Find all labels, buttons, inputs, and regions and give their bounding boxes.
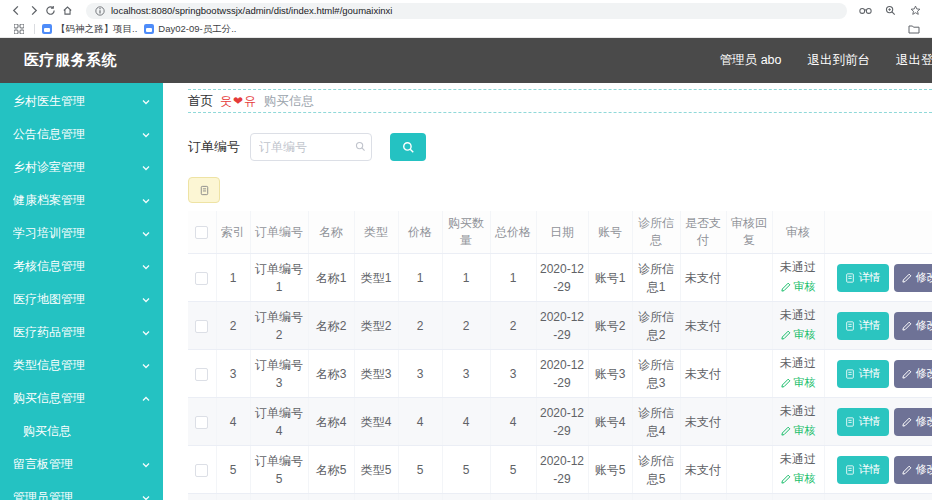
- sidebar-item-label: 乡村诊室管理: [13, 159, 85, 176]
- refresh-icon[interactable]: [42, 5, 59, 16]
- edit-button[interactable]: 修改: [894, 456, 932, 484]
- type-cell: 类型3: [354, 350, 398, 398]
- chevron-down-icon: [141, 97, 151, 107]
- row-checkbox[interactable]: [195, 464, 208, 477]
- type-cell: 类型5: [354, 446, 398, 494]
- edit-button[interactable]: 修改: [894, 264, 932, 292]
- sidebar-item[interactable]: 留言板管理: [0, 448, 163, 481]
- zoom-icon[interactable]: [882, 5, 899, 16]
- edit-pencil-icon: [781, 330, 791, 340]
- chevron-down-icon: [141, 163, 151, 173]
- review-link[interactable]: 审核: [781, 470, 816, 487]
- review-link[interactable]: 审核: [781, 422, 816, 439]
- detail-button[interactable]: 详情: [837, 264, 889, 292]
- back-icon[interactable]: [8, 5, 25, 16]
- review-link[interactable]: 审核: [781, 374, 816, 391]
- edit-button[interactable]: 修改: [894, 408, 932, 436]
- name-cell: 名称2: [308, 302, 354, 350]
- review-cell: 未通过审核: [772, 350, 824, 398]
- add-button[interactable]: [188, 177, 220, 203]
- detail-button[interactable]: 详情: [837, 360, 889, 388]
- exit-to-front-link[interactable]: 退出到前台: [808, 52, 871, 69]
- bookmark-item[interactable]: Day02-09-员工分..: [144, 23, 236, 36]
- apps-grid-icon[interactable]: [10, 24, 27, 34]
- document-icon: [845, 321, 855, 331]
- operations-cell: 详情修改: [824, 254, 932, 302]
- date-cell: 2020-12-29: [536, 302, 588, 350]
- edit-button[interactable]: 修改: [894, 312, 932, 340]
- review-link[interactable]: 审核: [781, 326, 816, 343]
- clinic-cell: 诊所信息5: [632, 446, 680, 494]
- breadcrumb-current: 购买信息: [264, 93, 314, 110]
- document-icon: [845, 465, 855, 475]
- type-cell: 类型2: [354, 302, 398, 350]
- detail-button[interactable]: 详情: [837, 456, 889, 484]
- home-icon[interactable]: [59, 5, 76, 16]
- sidebar-item[interactable]: 管理员管理: [0, 481, 163, 500]
- operations-cell: 详情修改: [824, 398, 932, 446]
- column-header: 名称: [308, 211, 354, 254]
- sidebar-item-label: 学习培训管理: [13, 225, 85, 242]
- row-checkbox[interactable]: [195, 368, 208, 381]
- sidebar-item[interactable]: 医疗药品管理: [0, 316, 163, 349]
- admin-user-label: 管理员 abo: [720, 52, 782, 69]
- row-checkbox[interactable]: [195, 416, 208, 429]
- sidebar-subitem[interactable]: 购买信息: [0, 415, 163, 448]
- review-status: 未通过: [775, 450, 822, 468]
- date-cell: 2020-12-29: [536, 254, 588, 302]
- paid-status-cell: 未支付: [680, 398, 726, 446]
- table-row: 2订单编号2名称2类型22222020-12-29账号2诊所信息2未支付未通过审…: [188, 302, 932, 350]
- table-row: 1订单编号1名称1类型11112020-12-29账号1诊所信息1未支付未通过审…: [188, 254, 932, 302]
- sidebar-item[interactable]: 医疗地图管理: [0, 283, 163, 316]
- review-cell: 未通过审核: [772, 446, 824, 494]
- search-form: 订单编号: [188, 133, 932, 161]
- folder-icon[interactable]: [905, 24, 922, 34]
- operations-cell: 详情修改: [824, 350, 932, 398]
- sidebar-item[interactable]: 学习培训管理: [0, 217, 163, 250]
- review-link[interactable]: 审核: [781, 278, 816, 295]
- sidebar-item[interactable]: 考核信息管理: [0, 250, 163, 283]
- sidebar-item[interactable]: 健康档案管理: [0, 184, 163, 217]
- sidebar-item-label: 公告信息管理: [13, 126, 85, 143]
- edit-button[interactable]: 修改: [894, 360, 932, 388]
- main-content: 首页 웃❤유 购买信息 订单编号: [163, 83, 932, 500]
- sidebar-item[interactable]: 公告信息管理: [0, 118, 163, 151]
- password-manager-icon[interactable]: [857, 6, 874, 15]
- breadcrumb-home[interactable]: 首页: [188, 93, 213, 110]
- row-checkbox[interactable]: [195, 320, 208, 333]
- forward-icon[interactable]: [25, 5, 42, 16]
- search-button[interactable]: [390, 133, 426, 161]
- type-cell: 类型1: [354, 254, 398, 302]
- review-cell: 未通过审核: [772, 494, 824, 500]
- operations-cell: 详情修改: [824, 446, 932, 494]
- index-cell: 5: [216, 446, 250, 494]
- operations-cell: 详情修改: [824, 302, 932, 350]
- detail-button[interactable]: 详情: [837, 408, 889, 436]
- quantity-cell: 4: [442, 398, 490, 446]
- select-all-checkbox[interactable]: [195, 226, 208, 239]
- url-bar[interactable]: localhost:8080/springbootwssjx/admin/dis…: [86, 3, 847, 19]
- sidebar-item-label: 考核信息管理: [13, 258, 85, 275]
- clinic-cell: 诊所信息1: [632, 254, 680, 302]
- sidebar-item[interactable]: 乡村诊室管理: [0, 151, 163, 184]
- index-cell: 6: [216, 494, 250, 500]
- table-row: 6订单编号6名称6类型66662020-12-29账号6诊所信息6未支付未通过审…: [188, 494, 932, 500]
- logout-link[interactable]: 退出登录: [896, 52, 932, 69]
- detail-button[interactable]: 详情: [837, 312, 889, 340]
- sidebar-item[interactable]: 乡村医生管理: [0, 85, 163, 118]
- site-info-icon[interactable]: [95, 6, 105, 16]
- quantity-cell: 2: [442, 302, 490, 350]
- row-checkbox[interactable]: [195, 272, 208, 285]
- review-reply-cell: [726, 302, 772, 350]
- column-header: 索引: [216, 211, 250, 254]
- order-no-cell: 订单编号3: [250, 350, 308, 398]
- table-row: 3订单编号3名称3类型33332020-12-29账号3诊所信息3未支付未通过审…: [188, 350, 932, 398]
- sidebar-item[interactable]: 类型信息管理: [0, 349, 163, 382]
- bookmark-star-icon[interactable]: [907, 5, 924, 16]
- bookmark-item[interactable]: 【码神之路】项目..: [42, 23, 137, 36]
- table-row: 4订单编号4名称4类型44442020-12-29账号4诊所信息4未支付未通过审…: [188, 398, 932, 446]
- review-status: 未通过: [775, 258, 822, 276]
- sidebar-item[interactable]: 购买信息管理: [0, 382, 163, 415]
- order-no-input[interactable]: [250, 133, 372, 161]
- date-cell: 2020-12-29: [536, 494, 588, 500]
